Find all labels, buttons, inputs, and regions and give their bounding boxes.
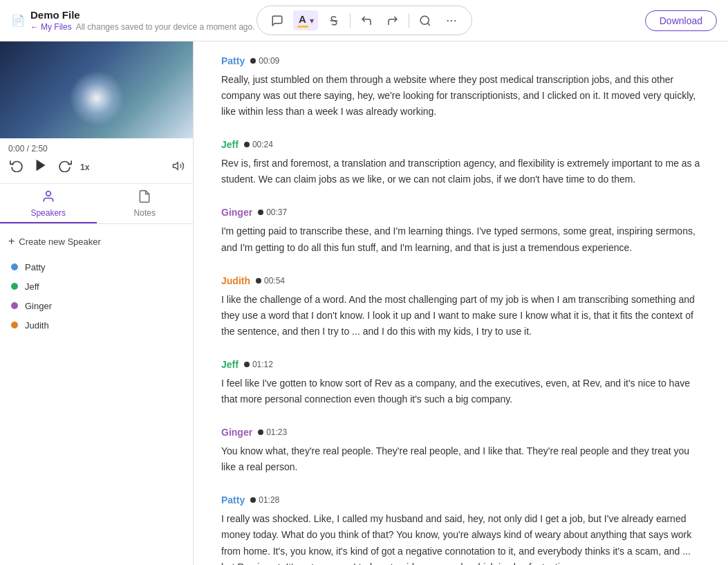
entry-text[interactable]: Really, just stumbled on them through a … (221, 72, 700, 120)
entry-header: Jeff 01:12 (221, 359, 700, 370)
left-panel: 0:00 / 2:50 1x (0, 41, 194, 565)
entry-timestamp[interactable]: 00:09 (250, 56, 279, 66)
transcript-entry: Patty 01:28 I really was shocked. Like, … (221, 494, 700, 565)
entry-timestamp[interactable]: 01:12 (244, 360, 273, 369)
timestamp-dot (258, 210, 263, 215)
speakers-panel: + Create new Speaker Patty ✎ Jeff ✎ Ging… (0, 224, 193, 565)
undo-button[interactable] (356, 12, 377, 30)
tabs-row: Speakers Notes (0, 184, 193, 224)
timestamp-dot (256, 278, 261, 284)
video-glow (69, 71, 124, 126)
svg-point-4 (450, 19, 451, 21)
entry-speaker: Jeff (221, 139, 239, 150)
speaker-item[interactable]: Ginger ✎ (8, 296, 185, 315)
speaker-dot (11, 322, 18, 328)
create-speaker-label: Create new Speaker (19, 237, 101, 247)
file-icon: 📄 (11, 14, 25, 28)
speaker-dot (11, 263, 18, 270)
download-button[interactable]: Download (645, 10, 717, 31)
back-link[interactable]: ← My Files (30, 22, 72, 32)
speaker-item[interactable]: Jeff ✎ (8, 277, 185, 296)
toolbar: A ▾ (256, 6, 472, 35)
redo-button[interactable] (382, 12, 403, 30)
tab-speakers[interactable]: Speakers (0, 184, 97, 223)
rewind-button[interactable] (8, 157, 25, 177)
play-button[interactable] (32, 156, 50, 178)
svg-point-3 (447, 19, 448, 21)
highlight-button[interactable]: A ▾ (293, 10, 318, 30)
entry-speaker: Ginger (221, 207, 252, 218)
entry-speaker: Jeff (221, 359, 239, 370)
entry-timestamp[interactable]: 00:24 (244, 140, 273, 149)
entry-text[interactable]: I really was shocked. Like, I called my … (221, 511, 700, 565)
entry-header: Judith 00:54 (221, 275, 700, 286)
entry-header: Patty 01:28 (221, 494, 700, 506)
entry-text[interactable]: I like the challenge of a word. And the … (221, 292, 700, 340)
transcript-entry: Patty 00:09 Really, just stumbled on the… (221, 55, 700, 120)
svg-marker-7 (174, 162, 178, 169)
header: 📄 Demo File ← My Files All changes saved… (0, 0, 728, 41)
tab-notes[interactable]: Notes (97, 184, 194, 223)
transcript-panel[interactable]: Patty 00:09 Really, just stumbled on the… (194, 41, 728, 565)
entry-text[interactable]: I'm getting paid to transcribe these, an… (221, 223, 700, 255)
autosave-text: All changes saved to your device a momen… (76, 22, 255, 32)
speakers-list: Patty ✎ Jeff ✎ Ginger ✎ Judith ✎ (8, 257, 185, 335)
toolbar-separator-2 (409, 14, 409, 28)
entry-speaker: Patty (221, 494, 245, 506)
svg-point-5 (454, 19, 456, 21)
tab-notes-label: Notes (134, 208, 156, 218)
toolbar-separator-1 (350, 14, 351, 28)
timestamp-dot (250, 497, 256, 503)
controls-row: 1x (8, 156, 185, 178)
transcript-entry: Ginger 01:23 You know what, they're real… (221, 427, 700, 475)
svg-line-2 (427, 23, 429, 25)
svg-point-1 (420, 16, 429, 24)
speaker-item[interactable]: Patty ✎ (8, 257, 185, 277)
header-left: 📄 Demo File ← My Files All changes saved… (11, 9, 255, 32)
total-time: 2:50 (31, 144, 47, 154)
entry-timestamp[interactable]: 00:54 (256, 276, 285, 286)
strikethrough-button[interactable] (324, 12, 344, 30)
search-button[interactable] (415, 12, 436, 30)
timestamp-dot (244, 142, 250, 147)
forward-button[interactable] (57, 157, 73, 177)
speaker-dot (11, 302, 18, 309)
entry-timestamp[interactable]: 00:37 (258, 207, 287, 217)
time-display: 0:00 / 2:50 (8, 144, 185, 154)
player-controls: 0:00 / 2:50 1x (0, 138, 193, 184)
speaker-name: Jeff (25, 281, 167, 292)
svg-point-8 (46, 192, 50, 196)
speaker-name: Ginger (25, 301, 167, 311)
header-title-group: Demo File ← My Files All changes saved t… (30, 9, 255, 32)
transcript-list: Patty 00:09 Really, just stumbled on the… (221, 55, 700, 565)
svg-marker-6 (37, 160, 46, 172)
entry-speaker: Judith (221, 275, 250, 286)
speaker-name: Judith (25, 320, 167, 331)
tab-speakers-label: Speakers (30, 208, 66, 218)
timestamp-dot (258, 429, 263, 435)
entry-text[interactable]: Rev is, first and foremost, a translatio… (221, 156, 700, 187)
entry-text[interactable]: I feel like I've gotten to know sort of … (221, 376, 700, 407)
entry-header: Jeff 00:24 (221, 139, 700, 150)
comment-button[interactable] (267, 12, 288, 30)
speaker-dot (11, 283, 18, 290)
timestamp-dot (250, 58, 256, 64)
speaker-item[interactable]: Judith ✎ (8, 315, 185, 335)
speakers-tab-icon (41, 189, 55, 207)
main-layout: 0:00 / 2:50 1x (0, 41, 728, 565)
speed-button[interactable]: 1x (80, 163, 89, 172)
back-label: My Files (41, 22, 72, 32)
transcript-entry: Judith 00:54 I like the challenge of a w… (221, 275, 700, 340)
speaker-name: Patty (25, 262, 167, 272)
transcript-entry: Jeff 01:12 I feel like I've gotten to kn… (221, 359, 700, 407)
entry-timestamp[interactable]: 01:23 (258, 427, 287, 437)
transcript-entry: Ginger 00:37 I'm getting paid to transcr… (221, 207, 700, 255)
entry-text[interactable]: You know what, they're real people. They… (221, 443, 700, 475)
entry-header: Ginger 01:23 (221, 427, 700, 438)
video-player[interactable] (0, 41, 193, 138)
more-button[interactable] (441, 12, 462, 30)
create-speaker-button[interactable]: + Create new Speaker (8, 232, 185, 250)
volume-button[interactable] (172, 160, 185, 175)
entry-timestamp[interactable]: 01:28 (250, 495, 279, 505)
entry-header: Ginger 00:37 (221, 207, 700, 218)
